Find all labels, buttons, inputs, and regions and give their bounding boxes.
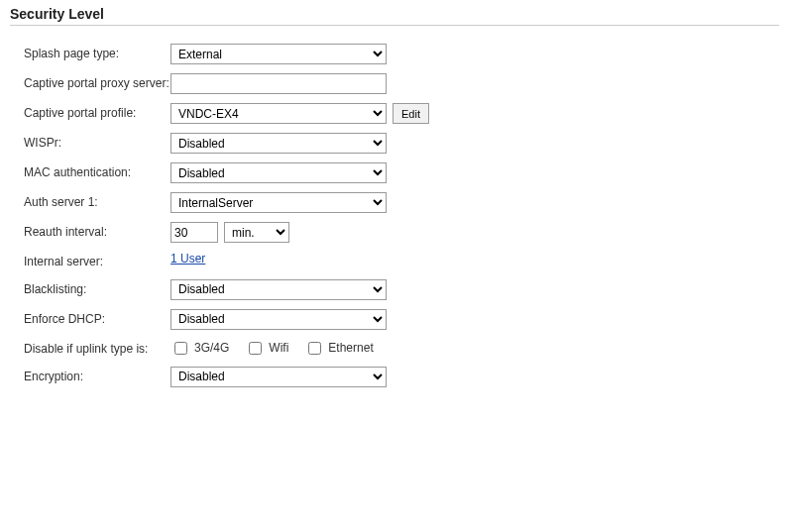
auth-server1-select[interactable]: InternalServer	[170, 192, 387, 213]
uplink-3g4g-checkbox[interactable]	[174, 342, 187, 355]
disable-uplink-label: Disable if uplink type is:	[24, 339, 170, 358]
uplink-ethernet-text: Ethernet	[328, 341, 373, 355]
internal-server-link[interactable]: 1 User	[170, 252, 205, 266]
enforce-dhcp-label: Enforce DHCP:	[24, 309, 170, 328]
reauth-interval-input[interactable]	[170, 222, 218, 243]
captive-profile-label: Captive portal profile:	[24, 103, 170, 122]
encryption-select[interactable]: Disabled	[170, 367, 387, 387]
uplink-3g4g-option[interactable]: 3G/4G	[170, 339, 229, 358]
uplink-wifi-text: Wifi	[269, 341, 288, 355]
internal-server-label: Internal server:	[24, 252, 170, 270]
wispr-label: WISPr:	[24, 133, 170, 152]
mac-auth-select[interactable]: Disabled	[170, 162, 387, 183]
encryption-label: Encryption:	[24, 367, 170, 385]
uplink-wifi-checkbox[interactable]	[249, 342, 262, 355]
uplink-ethernet-checkbox[interactable]	[308, 342, 321, 355]
proxy-server-input[interactable]	[170, 73, 387, 94]
uplink-3g4g-text: 3G/4G	[194, 341, 229, 355]
proxy-server-label: Captive portal proxy server:	[24, 73, 170, 92]
mac-auth-label: MAC authentication:	[24, 162, 170, 181]
captive-profile-select[interactable]: VNDC-EX4	[170, 103, 387, 124]
enforce-dhcp-select[interactable]: Disabled	[170, 309, 387, 330]
page-title: Security Level	[10, 6, 779, 22]
header-divider	[10, 25, 779, 26]
reauth-label: Reauth interval:	[24, 222, 170, 241]
splash-page-type-select[interactable]: External	[170, 44, 387, 64]
security-form: Splash page type: External Captive porta…	[10, 44, 779, 387]
reauth-unit-select[interactable]: min.	[224, 222, 289, 243]
blacklisting-select[interactable]: Disabled	[170, 279, 387, 300]
blacklisting-label: Blacklisting:	[24, 279, 170, 298]
splash-page-type-label: Splash page type:	[24, 44, 170, 62]
auth-server1-label: Auth server 1:	[24, 192, 170, 211]
wispr-select[interactable]: Disabled	[170, 133, 387, 154]
uplink-wifi-option[interactable]: Wifi	[245, 339, 288, 358]
edit-profile-button[interactable]: Edit	[393, 103, 429, 124]
uplink-ethernet-option[interactable]: Ethernet	[304, 339, 373, 358]
